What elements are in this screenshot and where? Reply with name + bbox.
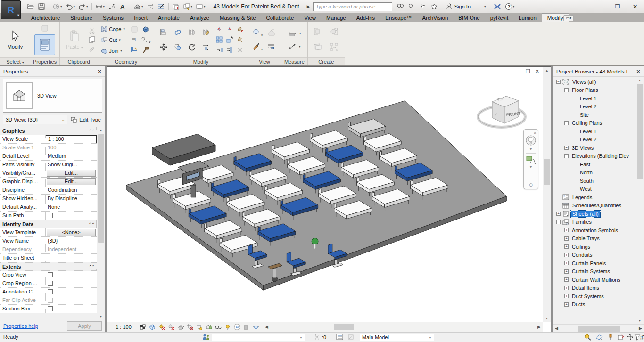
reveal-hidden-elements-icon[interactable]: [223, 323, 232, 331]
create-group-icon[interactable]: [330, 27, 339, 37]
rotate-icon[interactable]: [188, 43, 196, 52]
browser-hscroll-thumb[interactable]: [578, 326, 620, 332]
tree-item-duct-systems[interactable]: +Duct Systems: [553, 292, 636, 301]
tab-archvision[interactable]: ArchVision: [417, 14, 454, 22]
close-hidden-windows-icon[interactable]: [171, 1, 181, 12]
tab-manage[interactable]: Manage: [321, 14, 351, 22]
tree-item-label[interactable]: Level 1: [578, 95, 598, 102]
customize-quick-access-icon[interactable]: ▾: [194, 1, 207, 12]
offset-icon[interactable]: [174, 28, 182, 37]
tree-item-label[interactable]: Cable Trays: [570, 235, 601, 242]
view-vertical-scrollbar[interactable]: ▲ ▼: [543, 67, 551, 322]
detail-level-icon[interactable]: [139, 323, 147, 331]
tree-item-label[interactable]: Ducts: [570, 301, 586, 308]
property-value[interactable]: Independent: [46, 245, 97, 253]
tree-item-label[interactable]: Curtain Panels: [570, 260, 607, 267]
view-close-icon[interactable]: ✕: [535, 68, 539, 74]
tree-item-ceilings[interactable]: +Ceilings: [553, 243, 636, 251]
save-icon[interactable]: [36, 1, 47, 12]
tree-item-sheets-all-[interactable]: +Sheets (all): [553, 210, 636, 218]
sync-with-central-icon[interactable]: ▾: [51, 1, 64, 12]
worksets-icon[interactable]: [202, 334, 210, 342]
split-with-gap-icon[interactable]: [202, 28, 210, 37]
tree-item-label[interactable]: Elevations (Building Elev: [570, 153, 630, 159]
edit-type-button[interactable]: Edit Type: [69, 116, 102, 123]
expand-icon[interactable]: +: [564, 277, 569, 282]
demolish-hammer-icon[interactable]: [142, 46, 149, 55]
thin-lines-icon[interactable]: [156, 1, 166, 12]
property-edit-button[interactable]: <None>: [47, 229, 96, 236]
tree-item-label[interactable]: East: [578, 161, 592, 168]
legend-component-icon[interactable]: [314, 27, 323, 37]
render-icon[interactable]: [267, 28, 276, 37]
solid-3d-icon[interactable]: [142, 25, 149, 34]
family-types-icon[interactable]: [41, 24, 49, 33]
sun-path-icon[interactable]: [157, 323, 166, 331]
collapse-icon[interactable]: −: [564, 154, 569, 158]
zoom-region-icon[interactable]: [526, 155, 536, 164]
tree-item-south[interactable]: South: [553, 177, 636, 185]
property-checkbox[interactable]: [48, 213, 53, 218]
editing-requests-icon[interactable]: [314, 334, 320, 342]
exclude-options-icon[interactable]: [347, 334, 355, 342]
underlay-icon[interactable]: [267, 42, 276, 51]
tree-item-label[interactable]: Site: [578, 112, 590, 118]
tree-item-label[interactable]: Floor Plans: [570, 87, 600, 93]
tree-item-label[interactable]: Level 1: [578, 128, 598, 135]
restore-button[interactable]: ❐: [615, 3, 620, 10]
tree-item-curtain-systems[interactable]: +Curtain Systems: [553, 268, 636, 276]
pin-icon[interactable]: [237, 36, 243, 44]
design-options-icon[interactable]: [336, 334, 344, 342]
expand-icon[interactable]: +: [564, 228, 569, 232]
properties-header[interactable]: Properties ✕: [0, 66, 105, 77]
view-restore-icon[interactable]: ❐: [526, 68, 530, 74]
type-selector-dropdown[interactable]: 3D View: {3D} ⌄: [3, 115, 67, 124]
view-scale-button[interactable]: 1 : 100: [111, 324, 136, 330]
select-pinned-icon[interactable]: [607, 334, 614, 342]
measure-button[interactable]: ▾: [288, 29, 301, 38]
copy-icon[interactable]: [89, 36, 95, 44]
tab-analyze[interactable]: Analyze: [185, 14, 215, 22]
browser-hscroll-right-icon[interactable]: ▶: [639, 326, 642, 331]
crop-view-icon[interactable]: [186, 323, 194, 331]
active-workset-select[interactable]: ▼: [212, 334, 305, 341]
help-icon[interactable]: ?▾: [504, 1, 516, 12]
delete-icon[interactable]: [237, 47, 243, 54]
pin-cross2-icon[interactable]: [226, 26, 233, 33]
hscroll-right-icon[interactable]: ▶: [537, 325, 541, 329]
steering-wheel-icon[interactable]: [525, 135, 537, 147]
tree-item-north[interactable]: North: [553, 169, 636, 177]
properties-scrollbar[interactable]: ▲ ▼: [97, 127, 105, 320]
tree-item-label[interactable]: West: [578, 186, 593, 192]
tab-collaborate[interactable]: Collaborate: [261, 14, 299, 22]
tree-item-label[interactable]: Duct Systems: [570, 293, 605, 300]
tab-enscape-[interactable]: Enscape™: [380, 14, 417, 22]
communication-center-icon[interactable]: [418, 1, 428, 12]
property-value[interactable]: 100: [46, 144, 97, 152]
tree-item-label[interactable]: Families: [571, 219, 593, 225]
expand-icon[interactable]: +: [564, 286, 569, 290]
navbar-collapse-icon[interactable]: ⊖: [529, 182, 533, 187]
properties-help-link[interactable]: Properties help: [3, 323, 38, 329]
undo-icon[interactable]: ▾: [64, 1, 77, 12]
property-value[interactable]: [46, 254, 97, 262]
autodesk-exchange-icon[interactable]: [492, 1, 503, 12]
match-type-icon[interactable]: [89, 45, 95, 53]
close-project-browser-icon[interactable]: ✕: [636, 68, 641, 75]
application-menu-button[interactable]: R▾: [1, 0, 21, 19]
tab-insert[interactable]: Insert: [129, 14, 153, 22]
property-edit-button[interactable]: Edit...: [47, 170, 96, 177]
user-icon[interactable]: Sign In▾: [440, 1, 491, 12]
tree-item-level-2[interactable]: Level 2: [553, 136, 636, 144]
tree-item-label[interactable]: Conduits: [570, 252, 594, 258]
select-underlay-icon[interactable]: [617, 334, 625, 342]
expand-icon[interactable]: +: [564, 244, 569, 249]
temporary-view-properties-icon[interactable]: [233, 323, 241, 331]
properties-toggle-button[interactable]: [34, 34, 55, 55]
tree-item-label[interactable]: Curtain Wall Mullions: [570, 277, 622, 283]
paintbrush-icon[interactable]: ▾: [252, 42, 263, 51]
keyword-icon[interactable]: [406, 1, 417, 12]
help-search-input[interactable]: Type a keyword or phrase: [313, 2, 392, 11]
cut-icon[interactable]: [89, 27, 95, 35]
close-properties-icon[interactable]: ✕: [97, 68, 102, 75]
